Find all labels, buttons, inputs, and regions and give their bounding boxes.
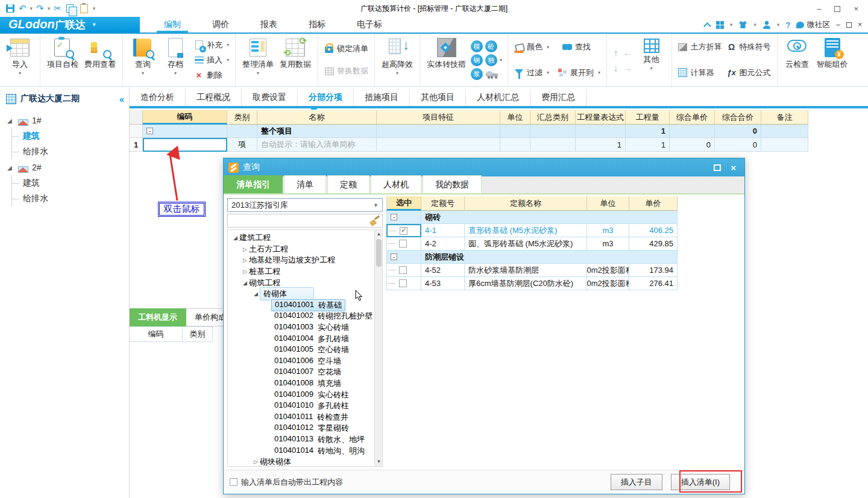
tree-item-010401012[interactable]: 010401012零星砌砖 xyxy=(228,423,374,434)
library-dropdown[interactable]: 2013江苏指引库▼ xyxy=(227,198,383,212)
ribbon-tab-zhibiao[interactable]: 指标 xyxy=(293,17,341,33)
col-xuanzhong[interactable]: 选中 xyxy=(386,196,421,211)
boq-group-row[interactable]: - 整个项目 1 0 xyxy=(130,125,868,138)
apps-grid-icon[interactable] xyxy=(716,21,724,29)
badge-du[interactable]: 独 xyxy=(485,54,497,66)
user-icon[interactable] xyxy=(763,20,771,29)
cloud-check-button[interactable]: 云检查 xyxy=(781,36,814,84)
scroll-up-icon[interactable]: ▲ xyxy=(375,230,383,238)
tab-fenbufenxiang[interactable]: 分部分项 xyxy=(298,89,354,106)
tree-node-2[interactable]: ◢ 2# xyxy=(7,160,129,175)
reuse-data-button[interactable]: 复用数据 xyxy=(277,36,314,84)
tree-node-1[interactable]: ◢ 1# xyxy=(7,113,129,128)
dialog-tab-wodeshuju[interactable]: 我的数据 xyxy=(423,175,482,193)
lock-list-button[interactable]: 锁定清单 xyxy=(324,43,368,54)
tab-gongchenggaikuang[interactable]: 工程概况 xyxy=(186,89,242,106)
tree-item-010401005[interactable]: 010401005空心砖墙 xyxy=(228,344,374,356)
search-input[interactable] xyxy=(227,214,383,228)
ribbon-tab-dianzibiao[interactable]: 电子标 xyxy=(341,17,398,33)
checkbox[interactable] xyxy=(399,279,407,287)
dialog-tab-rencaiji[interactable]: 人材机 xyxy=(371,175,421,193)
insert-list-button[interactable]: 插入清单(I) xyxy=(671,474,730,490)
boq-row-1[interactable]: 1 项 自动提示：请输入清单简称 1 1 0 0 xyxy=(130,138,868,152)
tree-item-010401002[interactable]: 010401002砖砌挖孔桩护壁 xyxy=(228,311,374,322)
collapse-icon[interactable]: - xyxy=(391,214,397,220)
quota-row-4-1[interactable]: 4-1 直形砖基础 (M5水泥砂浆) m3 406.25 xyxy=(386,224,678,237)
badge-jiang[interactable]: 浆 xyxy=(471,68,483,80)
paste-icon[interactable] xyxy=(79,4,89,14)
move-right-icon[interactable]: → xyxy=(623,63,632,73)
col-zonghehejia[interactable]: 综合合价 xyxy=(715,110,761,125)
tree-item-010401008[interactable]: 010401008填充墙 xyxy=(228,378,374,390)
col-gclbiaodashi[interactable]: 工程量表达式 xyxy=(576,110,626,125)
formula-button[interactable]: ƒx图元公式 xyxy=(727,67,771,78)
cut-icon[interactable]: ✂ xyxy=(54,3,61,14)
col-dingemingcheng[interactable]: 定额名称 xyxy=(465,196,587,211)
quota-group-fangchaoceng[interactable]: - 防潮层铺设 xyxy=(386,251,678,264)
tab-qufeishezhi[interactable]: 取费设置 xyxy=(242,89,298,106)
insert-button[interactable]: 插入▾ xyxy=(194,55,229,66)
col-danwei[interactable]: 单位 xyxy=(500,110,530,125)
filter-button[interactable]: 过滤▾ xyxy=(514,67,549,78)
tab-rencaijihuizong[interactable]: 人材机汇总 xyxy=(466,89,530,106)
entity-convert-button[interactable]: 实体转技措 xyxy=(424,36,469,84)
checkbox-checked[interactable] xyxy=(400,227,407,235)
supplement-button[interactable]: 补充▾ xyxy=(194,40,229,51)
dialog-tab-dinge[interactable]: 定额 xyxy=(327,175,370,193)
super-high-button[interactable]: ↓ 超高降效▾ xyxy=(379,36,416,84)
scroll-down-icon[interactable]: ▼ xyxy=(375,458,383,466)
move-left-icon[interactable]: ← xyxy=(623,48,632,58)
tree-item-010401009[interactable]: 010401009实心砖柱 xyxy=(228,389,374,400)
code-edit-cell[interactable] xyxy=(143,138,227,152)
tree-item-010401011[interactable]: 010401011砖检查井 xyxy=(228,412,374,423)
find-button[interactable]: 查找 xyxy=(562,42,591,52)
col-xiangmutezheng[interactable]: 项目特征 xyxy=(377,110,500,125)
checkbox[interactable] xyxy=(399,266,407,274)
badge-gang[interactable]: 钢 xyxy=(471,54,483,66)
bottom-col-bianma[interactable]: 编码 xyxy=(130,326,183,342)
quota-group-qizhuan[interactable]: - 砌砖 xyxy=(386,211,678,224)
bottom-col-leibie[interactable]: 类别 xyxy=(183,326,213,342)
tree-node-geipaishui-1[interactable]: 给排水 xyxy=(12,144,129,160)
close-button[interactable]: × xyxy=(854,4,858,13)
undo-icon[interactable]: ↶ xyxy=(19,3,27,14)
organize-list-button[interactable]: 整理清单▾ xyxy=(239,36,277,84)
earthwork-button[interactable]: 土方折算 xyxy=(678,42,722,52)
quota-row-4-53[interactable]: 4-53 厚6cm墙基防潮层(C20防水砼) 10m2投影面积 276.41 xyxy=(386,277,678,290)
ribbon-restore-button[interactable] xyxy=(846,22,852,28)
ribbon-close-button[interactable]: × xyxy=(858,20,862,29)
badge-tong[interactable]: 砼 xyxy=(485,40,497,52)
replace-data-button[interactable]: 替换数据 xyxy=(324,66,368,76)
tree-dijichuli[interactable]: ▷地基处理与边坡支护工程 xyxy=(228,255,374,266)
quota-row-4-2[interactable]: 4-2 圆、弧形砖基础 (M5水泥砂浆) m3 429.85 xyxy=(386,237,678,251)
col-gongchengliang[interactable]: 工程量 xyxy=(626,110,670,125)
dialog-close-button[interactable]: × xyxy=(731,163,736,173)
save-icon[interactable] xyxy=(5,4,15,14)
tree-node-jianzhu-2[interactable]: 建筑 xyxy=(12,175,129,191)
col-huizongleibie[interactable]: 汇总类别 xyxy=(530,110,576,125)
mixer-truck-icon[interactable] xyxy=(485,69,500,79)
theme-shirt-icon[interactable] xyxy=(738,20,747,29)
quota-row-4-52[interactable]: 4-52 防水砂浆墙基防潮层 10m2投影面积 173.94 xyxy=(386,264,678,277)
redo-icon[interactable]: ↷ xyxy=(36,3,44,14)
col-danjia[interactable]: 单价 xyxy=(629,196,678,211)
tree-scrollbar[interactable]: ▲ ▼ xyxy=(374,230,382,466)
special-symbols-button[interactable]: Ω特殊符号 xyxy=(727,42,771,52)
minimize-button[interactable]: – xyxy=(817,4,821,13)
tree-zhuangji[interactable]: ▷桩基工程 xyxy=(228,266,374,278)
clear-broom-icon[interactable] xyxy=(370,217,380,225)
tab-cuoshixiangmu[interactable]: 措施项目 xyxy=(354,89,410,106)
checkbox[interactable] xyxy=(399,240,407,247)
copy-icon[interactable] xyxy=(65,4,75,14)
tree-tushifang[interactable]: ▷土石方工程 xyxy=(228,244,374,255)
tree-jianzhugongcheng[interactable]: ◢建筑工程 xyxy=(228,232,374,244)
expander-icon[interactable]: ◢ xyxy=(7,117,14,124)
other-button[interactable]: 其他▾ xyxy=(635,36,668,84)
collapse-ribbon-icon[interactable] xyxy=(704,22,710,28)
logo-caret-icon[interactable]: ▼ xyxy=(92,22,97,28)
qat-more-caret-icon[interactable]: ▾ xyxy=(93,5,96,11)
glodon-logo[interactable]: GLodon广联达 ▼ xyxy=(0,17,140,33)
ribbon-tab-baobiao[interactable]: 报表 xyxy=(245,17,293,33)
tree-item-010401004[interactable]: 010401004多孔砖墙 xyxy=(228,333,374,344)
expand-to-button[interactable]: 展开到▾ xyxy=(558,67,600,78)
